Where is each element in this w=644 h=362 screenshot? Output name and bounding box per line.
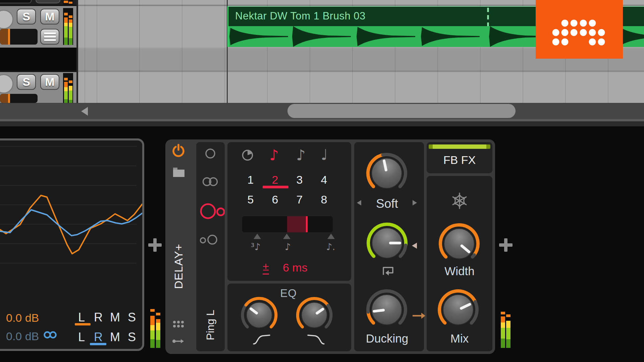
- device-name[interactable]: DELAY+: [171, 226, 186, 307]
- feedback-amount-knob[interactable]: [364, 220, 410, 266]
- division-4[interactable]: 4: [317, 173, 331, 186]
- freeze-snowflake-icon[interactable]: [451, 192, 468, 209]
- width-knob[interactable]: [436, 221, 482, 266]
- division-selected-underline: [263, 186, 288, 188]
- add-device-button-right[interactable]: [499, 238, 513, 252]
- remote-controls-icon[interactable]: [173, 320, 184, 328]
- marker-straight[interactable]: [283, 234, 290, 239]
- channel-m-button[interactable]: M: [107, 330, 123, 343]
- preset-folder-icon[interactable]: [172, 166, 185, 178]
- track-2-volume-fader[interactable]: [0, 94, 38, 103]
- partial-button: [36, 0, 60, 3]
- channel-l-button[interactable]: L: [73, 330, 90, 343]
- mode-next-arrow-icon[interactable]: [413, 200, 417, 205]
- oscilloscope-device-panel[interactable]: 0.0 dB 0.0 dB L R M S L R M S: [0, 138, 144, 351]
- track-headers-panel: S M S M: [0, 0, 78, 103]
- time-mode-8th-icon-selected[interactable]: ♪: [267, 148, 281, 163]
- feedback-loop-icon[interactable]: [379, 265, 395, 278]
- inter-device-meter-right: [501, 309, 511, 348]
- track-1-volume-fader[interactable]: [0, 29, 38, 45]
- feedback-mode-value[interactable]: Soft: [367, 197, 407, 211]
- stereo-link-icon[interactable]: [43, 330, 58, 339]
- gain-readout-left[interactable]: 0.0 dB: [6, 311, 39, 324]
- channel-l-button[interactable]: L: [73, 310, 90, 323]
- partial-meter: [63, 0, 73, 5]
- header-gap: [0, 48, 76, 70]
- add-device-button-left[interactable]: [148, 238, 162, 252]
- track-1-header[interactable]: S M: [0, 6, 76, 48]
- output-panel: Width Mix: [427, 176, 492, 351]
- track-2-meter: [63, 73, 73, 103]
- mode-pingpong-rl-icon[interactable]: [201, 235, 217, 244]
- offset-plusminus[interactable]: ±: [263, 260, 269, 275]
- arranger-timeline[interactable]: Nektar DW Tom 1 Brush 03: [78, 0, 644, 103]
- track-1-solo-button[interactable]: S: [17, 9, 36, 24]
- horizontal-scrollbar[interactable]: [0, 103, 644, 119]
- division-8[interactable]: 8: [317, 193, 331, 206]
- track-1-menu-button[interactable]: [40, 29, 59, 45]
- mix-knob[interactable]: [435, 287, 481, 333]
- mode-pingpong-lr-icon-selected[interactable]: [201, 204, 224, 218]
- highpass-curve-icon: [252, 333, 271, 346]
- fb-fx-slot-button[interactable]: FB FX: [427, 142, 492, 173]
- channel-m-button[interactable]: M: [107, 310, 123, 323]
- modulation-marker-icon: [412, 243, 417, 249]
- mute-label: M: [45, 75, 54, 88]
- time-offset-slider[interactable]: [242, 216, 333, 232]
- offset-value-marker: [306, 216, 308, 232]
- fb-fx-active-bar: [429, 144, 490, 149]
- preset-page-name[interactable]: Ping L: [204, 307, 217, 344]
- inter-device-meter-left: [150, 309, 161, 348]
- time-mode-8th-plain-icon[interactable]: ♪: [294, 148, 308, 163]
- modulation-routing-icon[interactable]: [172, 338, 185, 345]
- division-6[interactable]: 6: [268, 193, 282, 206]
- feedback-character-knob[interactable]: [364, 150, 410, 196]
- division-7[interactable]: 7: [293, 193, 306, 206]
- solo-label: S: [22, 10, 30, 23]
- eq-lowpass-knob[interactable]: [294, 295, 334, 335]
- division-2-selected[interactable]: 2: [268, 173, 282, 186]
- device-power-icon[interactable]: [172, 144, 185, 157]
- channel-selector-top[interactable]: L R M S: [73, 310, 140, 323]
- channel-selector-bottom[interactable]: L R M S: [73, 330, 140, 343]
- channel-top-selected-underline: [75, 323, 91, 325]
- channel-s-button[interactable]: S: [123, 310, 140, 323]
- mode-stereo-icon[interactable]: [203, 178, 217, 186]
- gain-readout-right[interactable]: 0.0 dB: [6, 330, 39, 343]
- eq-highpass-knob[interactable]: [239, 295, 279, 335]
- panel-splitter[interactable]: [0, 119, 644, 121]
- scrollbar-thumb[interactable]: [287, 104, 516, 118]
- time-mode-quarter-icon[interactable]: ♩: [318, 147, 331, 162]
- delay-mode-column: Ping L: [196, 142, 225, 351]
- mix-label: Mix: [436, 332, 483, 345]
- channel-r-button[interactable]: R: [90, 330, 107, 343]
- offset-value-readout[interactable]: 6 ms: [283, 261, 308, 274]
- channel-r-button[interactable]: R: [90, 310, 107, 323]
- mode-prev-arrow-icon[interactable]: [357, 200, 361, 205]
- marker-triplet[interactable]: [254, 234, 261, 239]
- marker-dotted[interactable]: [327, 234, 335, 239]
- solo-label: S: [22, 75, 30, 88]
- scroll-left-arrow-icon[interactable]: [81, 107, 88, 116]
- bitwig-logo-dots-icon: [536, 0, 623, 59]
- fader-handle[interactable]: [0, 94, 8, 103]
- track-2-solo-button[interactable]: S: [17, 74, 36, 90]
- track-2-mute-button[interactable]: M: [40, 74, 59, 90]
- ducking-knob[interactable]: [364, 287, 410, 333]
- track-1-meter: [63, 8, 73, 45]
- fader-handle[interactable]: [0, 29, 8, 45]
- division-5[interactable]: 5: [244, 193, 257, 206]
- mode-mono-icon[interactable]: [206, 149, 215, 158]
- division-3[interactable]: 3: [293, 173, 306, 186]
- width-label: Width: [436, 264, 483, 278]
- track-1-arm-button[interactable]: [0, 10, 13, 29]
- delay-eq-panel: EQ: [227, 284, 351, 351]
- track-1-mute-button[interactable]: M: [40, 9, 59, 24]
- delay-plus-device[interactable]: DELAY+: [165, 139, 495, 354]
- track-2-arm-button[interactable]: [0, 74, 13, 94]
- division-1[interactable]: 1: [244, 173, 257, 186]
- channel-s-button[interactable]: S: [123, 330, 140, 343]
- track-2-header[interactable]: S M: [0, 72, 76, 103]
- time-mode-free-icon[interactable]: [241, 149, 254, 161]
- panel-splitter-shadow: [0, 121, 644, 126]
